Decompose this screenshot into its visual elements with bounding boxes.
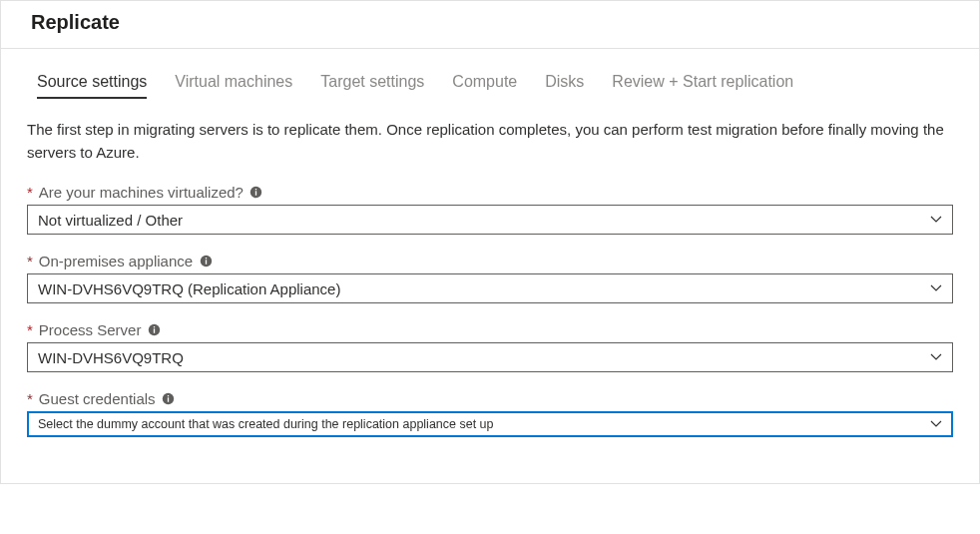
field-virtualized-label: * Are your machines virtualized?	[27, 184, 953, 201]
dropdown-guest-credentials[interactable]: Select the dummy account that was create…	[27, 411, 953, 437]
info-icon[interactable]	[162, 392, 176, 406]
label-text: Process Server	[39, 321, 142, 338]
svg-rect-2	[255, 189, 256, 190]
info-icon[interactable]	[199, 255, 213, 268]
field-process-server: * Process Server WIN-DVHS6VQ9TRQ	[27, 321, 953, 372]
label-text: On-premises appliance	[39, 253, 193, 269]
dropdown-appliance[interactable]: WIN-DVHS6VQ9TRQ (Replication Appliance)	[27, 273, 953, 303]
field-guest-credentials: * Guest credentials Select the dummy acc…	[27, 390, 953, 437]
tabs: Source settings Virtual machines Target …	[27, 73, 953, 99]
svg-rect-5	[205, 258, 206, 259]
chevron-down-icon	[930, 284, 942, 292]
tab-disks[interactable]: Disks	[545, 73, 584, 99]
required-asterisk: *	[27, 390, 33, 407]
field-guest-credentials-label: * Guest credentials	[27, 390, 953, 407]
replicate-panel: Replicate Source settings Virtual machin…	[0, 0, 980, 484]
dropdown-value: WIN-DVHS6VQ9TRQ (Replication Appliance)	[38, 280, 340, 297]
svg-rect-7	[154, 328, 155, 332]
svg-rect-8	[154, 326, 155, 327]
chevron-down-icon	[930, 353, 942, 361]
dropdown-virtualized[interactable]: Not virtualized / Other	[27, 205, 953, 235]
dropdown-value: WIN-DVHS6VQ9TRQ	[38, 349, 184, 366]
tab-virtual-machines[interactable]: Virtual machines	[175, 73, 292, 99]
svg-rect-11	[168, 395, 169, 396]
tab-review-start[interactable]: Review + Start replication	[612, 73, 793, 99]
page-title: Replicate	[31, 11, 949, 34]
field-virtualized: * Are your machines virtualized? Not vir…	[27, 184, 953, 235]
required-asterisk: *	[27, 321, 33, 338]
dropdown-value: Select the dummy account that was create…	[38, 417, 494, 431]
dropdown-process-server[interactable]: WIN-DVHS6VQ9TRQ	[27, 342, 953, 372]
field-process-server-label: * Process Server	[27, 321, 953, 338]
svg-rect-4	[205, 260, 206, 264]
chevron-down-icon	[930, 420, 942, 428]
svg-rect-1	[255, 191, 256, 195]
info-icon[interactable]	[249, 186, 263, 200]
svg-rect-10	[168, 397, 169, 401]
chevron-down-icon	[930, 216, 942, 224]
tab-target-settings[interactable]: Target settings	[320, 73, 424, 99]
tab-source-settings[interactable]: Source settings	[37, 73, 147, 99]
info-icon[interactable]	[147, 323, 161, 337]
tab-compute[interactable]: Compute	[452, 73, 517, 99]
intro-text: The first step in migrating servers is t…	[27, 119, 953, 164]
panel-header: Replicate	[1, 1, 979, 49]
label-text: Are your machines virtualized?	[39, 184, 244, 201]
required-asterisk: *	[27, 253, 33, 269]
panel-body: Source settings Virtual machines Target …	[1, 49, 979, 483]
dropdown-value: Not virtualized / Other	[38, 212, 183, 229]
field-appliance: * On-premises appliance WIN-DVHS6VQ9TRQ …	[27, 253, 953, 303]
label-text: Guest credentials	[39, 390, 156, 407]
required-asterisk: *	[27, 184, 33, 201]
field-appliance-label: * On-premises appliance	[27, 253, 953, 269]
